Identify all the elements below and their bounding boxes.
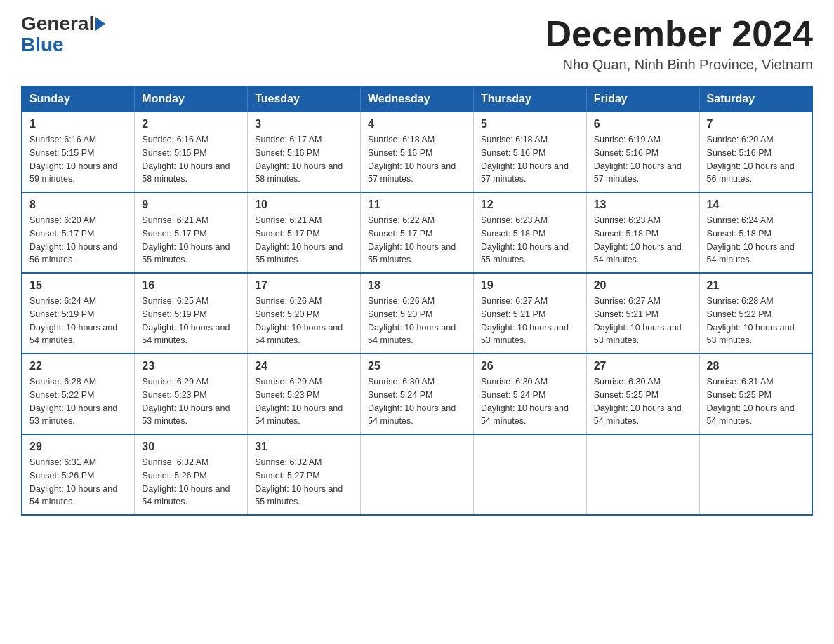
logo-general-text: General [21, 14, 94, 34]
calendar-cell: 10 Sunrise: 6:21 AM Sunset: 5:17 PM Dayl… [248, 192, 361, 273]
calendar-cell: 14 Sunrise: 6:24 AM Sunset: 5:18 PM Dayl… [699, 192, 812, 273]
calendar-header-row: SundayMondayTuesdayWednesdayThursdayFrid… [22, 86, 812, 112]
calendar-cell: 27 Sunrise: 6:30 AM Sunset: 5:25 PM Dayl… [586, 354, 699, 434]
day-info: Sunrise: 6:31 AM Sunset: 5:26 PM Dayligh… [29, 456, 127, 509]
day-number: 2 [142, 118, 240, 130]
day-info: Sunrise: 6:32 AM Sunset: 5:26 PM Dayligh… [142, 456, 240, 509]
calendar-cell: 15 Sunrise: 6:24 AM Sunset: 5:19 PM Dayl… [22, 273, 135, 354]
week-row-3: 15 Sunrise: 6:24 AM Sunset: 5:19 PM Dayl… [22, 273, 812, 354]
day-number: 27 [594, 360, 692, 373]
day-info: Sunrise: 6:20 AM Sunset: 5:16 PM Dayligh… [707, 133, 805, 186]
day-number: 7 [707, 118, 805, 130]
day-header-sunday: Sunday [22, 86, 135, 112]
day-info: Sunrise: 6:25 AM Sunset: 5:19 PM Dayligh… [142, 295, 240, 347]
day-number: 4 [368, 118, 466, 130]
day-number: 19 [481, 279, 579, 292]
calendar-cell [361, 434, 474, 515]
day-info: Sunrise: 6:27 AM Sunset: 5:21 PM Dayligh… [594, 295, 692, 347]
day-info: Sunrise: 6:21 AM Sunset: 5:17 PM Dayligh… [142, 214, 240, 267]
logo-triangle-icon [95, 17, 105, 31]
calendar-cell: 2 Sunrise: 6:16 AM Sunset: 5:15 PM Dayli… [135, 112, 248, 192]
day-number: 14 [707, 199, 805, 211]
calendar-cell: 4 Sunrise: 6:18 AM Sunset: 5:16 PM Dayli… [361, 112, 474, 192]
day-number: 24 [255, 360, 353, 373]
day-info: Sunrise: 6:29 AM Sunset: 5:23 PM Dayligh… [142, 375, 240, 428]
day-number: 16 [142, 279, 240, 292]
day-info: Sunrise: 6:30 AM Sunset: 5:24 PM Dayligh… [481, 375, 579, 428]
day-number: 29 [29, 441, 127, 453]
day-header-friday: Friday [586, 86, 699, 112]
day-number: 11 [368, 199, 466, 211]
day-header-thursday: Thursday [473, 86, 586, 112]
calendar-cell: 29 Sunrise: 6:31 AM Sunset: 5:26 PM Dayl… [22, 434, 135, 515]
day-number: 1 [29, 118, 127, 130]
day-number: 6 [594, 118, 692, 130]
calendar-cell: 6 Sunrise: 6:19 AM Sunset: 5:16 PM Dayli… [586, 112, 699, 192]
calendar-cell: 25 Sunrise: 6:30 AM Sunset: 5:24 PM Dayl… [361, 354, 474, 434]
month-year-title: December 2024 [545, 14, 813, 54]
day-number: 15 [29, 279, 127, 292]
day-info: Sunrise: 6:30 AM Sunset: 5:25 PM Dayligh… [594, 375, 692, 428]
day-info: Sunrise: 6:17 AM Sunset: 5:16 PM Dayligh… [255, 133, 353, 186]
calendar-cell: 13 Sunrise: 6:23 AM Sunset: 5:18 PM Dayl… [586, 192, 699, 273]
day-info: Sunrise: 6:28 AM Sunset: 5:22 PM Dayligh… [707, 295, 805, 347]
day-number: 30 [142, 441, 240, 453]
day-info: Sunrise: 6:21 AM Sunset: 5:17 PM Dayligh… [255, 214, 353, 267]
day-number: 21 [707, 279, 805, 292]
day-number: 5 [481, 118, 579, 130]
day-info: Sunrise: 6:19 AM Sunset: 5:16 PM Dayligh… [594, 133, 692, 186]
calendar-cell: 7 Sunrise: 6:20 AM Sunset: 5:16 PM Dayli… [699, 112, 812, 192]
day-number: 25 [368, 360, 466, 373]
calendar-cell: 28 Sunrise: 6:31 AM Sunset: 5:25 PM Dayl… [699, 354, 812, 434]
day-number: 3 [255, 118, 353, 130]
calendar-cell: 22 Sunrise: 6:28 AM Sunset: 5:22 PM Dayl… [22, 354, 135, 434]
day-info: Sunrise: 6:26 AM Sunset: 5:20 PM Dayligh… [255, 295, 353, 347]
day-header-saturday: Saturday [699, 86, 812, 112]
day-info: Sunrise: 6:18 AM Sunset: 5:16 PM Dayligh… [368, 133, 466, 186]
calendar-cell: 17 Sunrise: 6:26 AM Sunset: 5:20 PM Dayl… [248, 273, 361, 354]
calendar-table: SundayMondayTuesdayWednesdayThursdayFrid… [21, 86, 813, 516]
calendar-cell: 23 Sunrise: 6:29 AM Sunset: 5:23 PM Dayl… [135, 354, 248, 434]
calendar-cell: 21 Sunrise: 6:28 AM Sunset: 5:22 PM Dayl… [699, 273, 812, 354]
calendar-cell: 5 Sunrise: 6:18 AM Sunset: 5:16 PM Dayli… [473, 112, 586, 192]
week-row-2: 8 Sunrise: 6:20 AM Sunset: 5:17 PM Dayli… [22, 192, 812, 273]
day-info: Sunrise: 6:29 AM Sunset: 5:23 PM Dayligh… [255, 375, 353, 428]
day-number: 18 [368, 279, 466, 292]
calendar-cell: 12 Sunrise: 6:23 AM Sunset: 5:18 PM Dayl… [473, 192, 586, 273]
day-number: 31 [255, 441, 353, 453]
calendar-cell: 3 Sunrise: 6:17 AM Sunset: 5:16 PM Dayli… [248, 112, 361, 192]
day-info: Sunrise: 6:26 AM Sunset: 5:20 PM Dayligh… [368, 295, 466, 347]
day-info: Sunrise: 6:32 AM Sunset: 5:27 PM Dayligh… [255, 456, 353, 509]
calendar-cell: 11 Sunrise: 6:22 AM Sunset: 5:17 PM Dayl… [361, 192, 474, 273]
logo: General Blue [21, 14, 107, 56]
day-number: 23 [142, 360, 240, 373]
calendar-cell [473, 434, 586, 515]
day-number: 12 [481, 199, 579, 211]
day-info: Sunrise: 6:16 AM Sunset: 5:15 PM Dayligh… [142, 133, 240, 186]
day-info: Sunrise: 6:28 AM Sunset: 5:22 PM Dayligh… [29, 375, 127, 428]
day-info: Sunrise: 6:24 AM Sunset: 5:19 PM Dayligh… [29, 295, 127, 347]
calendar-cell: 1 Sunrise: 6:16 AM Sunset: 5:15 PM Dayli… [22, 112, 135, 192]
calendar-cell [699, 434, 812, 515]
day-number: 13 [594, 199, 692, 211]
day-number: 26 [481, 360, 579, 373]
day-info: Sunrise: 6:23 AM Sunset: 5:18 PM Dayligh… [481, 214, 579, 267]
day-number: 10 [255, 199, 353, 211]
calendar-cell: 8 Sunrise: 6:20 AM Sunset: 5:17 PM Dayli… [22, 192, 135, 273]
calendar-cell: 30 Sunrise: 6:32 AM Sunset: 5:26 PM Dayl… [135, 434, 248, 515]
title-section: December 2024 Nho Quan, Ninh Binh Provin… [545, 14, 813, 73]
day-info: Sunrise: 6:18 AM Sunset: 5:16 PM Dayligh… [481, 133, 579, 186]
day-info: Sunrise: 6:24 AM Sunset: 5:18 PM Dayligh… [707, 214, 805, 267]
week-row-4: 22 Sunrise: 6:28 AM Sunset: 5:22 PM Dayl… [22, 354, 812, 434]
calendar-cell: 9 Sunrise: 6:21 AM Sunset: 5:17 PM Dayli… [135, 192, 248, 273]
logo-blue-text: Blue [21, 34, 64, 56]
day-number: 20 [594, 279, 692, 292]
calendar-cell: 18 Sunrise: 6:26 AM Sunset: 5:20 PM Dayl… [361, 273, 474, 354]
calendar-cell: 16 Sunrise: 6:25 AM Sunset: 5:19 PM Dayl… [135, 273, 248, 354]
day-info: Sunrise: 6:20 AM Sunset: 5:17 PM Dayligh… [29, 214, 127, 267]
day-info: Sunrise: 6:23 AM Sunset: 5:18 PM Dayligh… [594, 214, 692, 267]
day-number: 9 [142, 199, 240, 211]
calendar-cell: 24 Sunrise: 6:29 AM Sunset: 5:23 PM Dayl… [248, 354, 361, 434]
day-info: Sunrise: 6:22 AM Sunset: 5:17 PM Dayligh… [368, 214, 466, 267]
page-header: General Blue December 2024 Nho Quan, Nin… [21, 14, 813, 73]
